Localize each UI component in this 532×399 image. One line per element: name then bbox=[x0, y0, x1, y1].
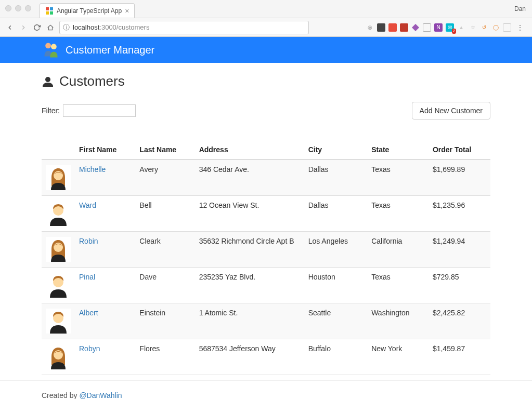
cell-order-total: $2,425.82 bbox=[429, 303, 490, 339]
tab-strip: Angular TypeScript App × Dan bbox=[0, 0, 532, 18]
cell-address: 1 Atomic St. bbox=[195, 303, 304, 339]
extension-icons: ◎ N ✉2 ▲ ☆ ↺ ◯ ⋮ bbox=[366, 23, 527, 32]
table-row: MichelleAvery346 Cedar Ave.DallasTexas$1… bbox=[42, 159, 490, 196]
cell-city: Los Angeles bbox=[304, 232, 368, 268]
avatar-icon bbox=[46, 237, 71, 262]
ext-icon[interactable]: ◯ bbox=[491, 23, 500, 32]
col-order-total[interactable]: Order Total bbox=[429, 140, 490, 159]
info-icon[interactable]: ⓘ bbox=[63, 23, 70, 32]
svg-point-6 bbox=[51, 44, 57, 49]
forward-button[interactable] bbox=[19, 23, 28, 32]
svg-rect-2 bbox=[46, 11, 49, 15]
url-path: :3000/customers bbox=[99, 23, 149, 31]
cell-last-name: Flores bbox=[135, 339, 194, 375]
avatar-icon bbox=[46, 344, 71, 369]
col-state[interactable]: State bbox=[367, 140, 429, 159]
reload-button[interactable] bbox=[32, 23, 42, 32]
cell-city: Buffalo bbox=[304, 339, 368, 375]
ext-icon[interactable]: N bbox=[434, 23, 443, 32]
avatar-icon bbox=[46, 273, 71, 298]
avatar-icon bbox=[46, 309, 71, 334]
ext-icon[interactable] bbox=[503, 23, 511, 32]
address-bar[interactable]: ⓘ localhost:3000/customers bbox=[59, 21, 309, 34]
cell-order-total: $1,459.87 bbox=[429, 339, 490, 375]
customer-name-link[interactable]: Robin bbox=[79, 237, 98, 245]
star-icon[interactable]: ☆ bbox=[469, 23, 477, 32]
home-button[interactable] bbox=[46, 23, 55, 32]
page-title-text: Customers bbox=[59, 73, 125, 89]
cell-address: 35632 Richmond Circle Apt B bbox=[195, 232, 304, 268]
cell-last-name: Einstein bbox=[135, 303, 194, 339]
customer-name-link[interactable]: Ward bbox=[79, 201, 96, 209]
svg-marker-4 bbox=[412, 24, 419, 31]
filter-row: Filter: Add New Customer bbox=[42, 102, 490, 119]
col-last-name[interactable]: Last Name bbox=[135, 140, 194, 159]
ext-icon[interactable]: ◎ bbox=[366, 23, 374, 32]
cell-last-name: Avery bbox=[135, 159, 194, 196]
ext-icon[interactable] bbox=[377, 23, 385, 32]
avatar-icon bbox=[46, 201, 71, 226]
close-window-icon[interactable] bbox=[5, 5, 11, 11]
back-button[interactable] bbox=[5, 23, 15, 32]
browser-chrome: Angular TypeScript App × Dan ⓘ localhost… bbox=[0, 0, 532, 37]
app-header: Customer Manager bbox=[0, 37, 532, 63]
ext-icon[interactable]: ▲ bbox=[457, 23, 465, 32]
author-link[interactable]: @DanWahlin bbox=[79, 391, 122, 399]
ext-icon[interactable]: ↺ bbox=[480, 23, 488, 32]
cell-address: 5687534 Jefferson Way bbox=[195, 339, 304, 375]
cell-city: Dallas bbox=[304, 159, 368, 196]
ext-icon[interactable] bbox=[388, 23, 397, 32]
customer-name-link[interactable]: Albert bbox=[79, 309, 98, 317]
customer-name-link[interactable]: Robyn bbox=[79, 344, 100, 353]
footer: Created by @DanWahlin bbox=[0, 380, 532, 399]
close-tab-icon[interactable]: × bbox=[125, 7, 129, 15]
avatar-icon bbox=[46, 165, 71, 190]
profile-name[interactable]: Dan bbox=[514, 5, 526, 12]
browser-tab[interactable]: Angular TypeScript App × bbox=[40, 3, 135, 18]
window-traffic-lights bbox=[5, 5, 31, 11]
ext-icon[interactable] bbox=[423, 23, 431, 32]
cell-city: Houston bbox=[304, 268, 368, 303]
minimize-window-icon[interactable] bbox=[15, 5, 21, 11]
cell-state: Texas bbox=[367, 159, 429, 196]
footer-text: Created by bbox=[42, 391, 79, 399]
filter-label: Filter: bbox=[42, 107, 60, 115]
customer-name-link[interactable]: Pinal bbox=[79, 273, 95, 281]
svg-rect-3 bbox=[50, 11, 53, 15]
cell-last-name: Bell bbox=[135, 196, 194, 232]
cell-address: 12 Ocean View St. bbox=[195, 196, 304, 232]
cell-state: Texas bbox=[367, 268, 429, 303]
page-content: Customers Filter: Add New Customer First… bbox=[0, 63, 532, 380]
customers-icon bbox=[42, 75, 54, 88]
cell-order-total: $1,699.89 bbox=[429, 159, 490, 196]
browser-toolbar: ⓘ localhost:3000/customers ◎ N ✉2 ▲ ☆ ↺ … bbox=[0, 18, 532, 36]
cell-state: Washington bbox=[367, 303, 429, 339]
col-address[interactable]: Address bbox=[195, 140, 304, 159]
cell-address: 235235 Yaz Blvd. bbox=[195, 268, 304, 303]
filter-input[interactable] bbox=[63, 104, 136, 117]
cell-city: Seattle bbox=[304, 303, 368, 339]
ext-icon[interactable] bbox=[400, 23, 408, 32]
col-city[interactable]: City bbox=[304, 140, 368, 159]
tab-title: Angular TypeScript App bbox=[57, 7, 122, 15]
svg-rect-1 bbox=[50, 7, 53, 10]
cell-order-total: $1,249.94 bbox=[429, 232, 490, 268]
cell-order-total: $1,235.96 bbox=[429, 196, 490, 232]
maximize-window-icon[interactable] bbox=[25, 5, 31, 11]
app-title: Customer Manager bbox=[66, 44, 154, 56]
cell-last-name: Dave bbox=[135, 268, 194, 303]
app-logo-icon bbox=[42, 41, 60, 59]
cell-order-total: $729.85 bbox=[429, 268, 490, 303]
customers-table: First Name Last Name Address City State … bbox=[42, 140, 490, 375]
ext-icon[interactable] bbox=[411, 23, 420, 32]
menu-icon[interactable]: ⋮ bbox=[514, 23, 527, 32]
col-first-name[interactable]: First Name bbox=[75, 140, 135, 159]
svg-point-7 bbox=[45, 77, 50, 82]
url-host: localhost bbox=[73, 23, 99, 31]
table-row: RobinCleark35632 Richmond Circle Apt BLo… bbox=[42, 232, 490, 268]
add-customer-button[interactable]: Add New Customer bbox=[412, 102, 490, 119]
customer-name-link[interactable]: Michelle bbox=[79, 165, 106, 174]
favicon-icon bbox=[45, 7, 54, 15]
table-row: RobynFlores5687534 Jefferson WayBuffaloN… bbox=[42, 339, 490, 375]
ext-icon[interactable]: ✉2 bbox=[446, 23, 454, 32]
